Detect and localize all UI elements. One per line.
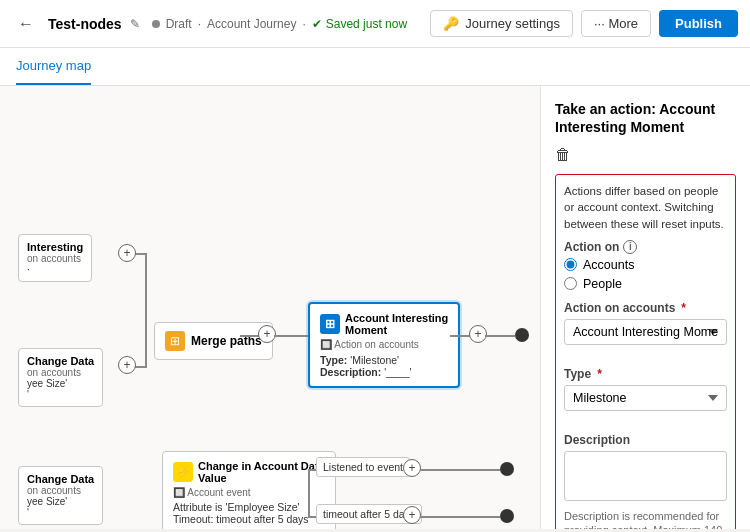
plus-btn-after-aim[interactable]: + xyxy=(469,325,487,343)
journey-settings-button[interactable]: 🔑 Journey settings xyxy=(430,10,573,37)
delete-button[interactable]: 🗑 xyxy=(555,146,571,164)
topbar: ← Test-nodes ✎ Draft · Account Journey ·… xyxy=(0,0,750,48)
warning-box: Actions differ based on people or accoun… xyxy=(555,174,736,529)
saved-label: Saved just now xyxy=(326,17,407,31)
plus-btn-top[interactable]: + xyxy=(118,244,136,262)
end-dot-1 xyxy=(515,328,529,342)
plus-btn-bottom[interactable]: + xyxy=(118,356,136,374)
type-required-star: * xyxy=(597,367,602,381)
topbar-right: 🔑 Journey settings ··· More Publish xyxy=(430,10,738,37)
description-label: Description xyxy=(564,433,727,447)
radio-people[interactable]: People xyxy=(564,277,727,291)
draft-label: Draft xyxy=(166,17,192,31)
aim-icon: ⊞ xyxy=(320,314,340,334)
line-timeout-end xyxy=(420,516,500,518)
radio-people-input[interactable] xyxy=(564,277,577,290)
settings-label: Journey settings xyxy=(465,16,560,31)
status-dot xyxy=(152,20,160,28)
aim-icon-row: ⊞ Account Interesting Moment xyxy=(320,312,448,336)
separator2: · xyxy=(302,17,305,31)
nav-tabs: Journey map xyxy=(0,48,750,86)
aim-title: Account Interesting xyxy=(345,312,448,324)
type-select[interactable]: Milestone xyxy=(564,385,727,411)
description-input[interactable] xyxy=(564,451,727,501)
main-area: Interesting on accounts · Change Data on… xyxy=(0,86,750,529)
plus-btn-timeout[interactable]: + xyxy=(403,506,421,524)
change-data-2-attr: yee Size' xyxy=(27,496,94,507)
line-to-end xyxy=(485,335,515,337)
change-event-icon-row: ⚡ Change in Account Data Value xyxy=(173,460,325,484)
change-data-1-node: Change Data on accounts yee Size' ' xyxy=(18,348,103,407)
people-label: People xyxy=(583,277,622,291)
line-merge-plus xyxy=(240,335,260,337)
line-vert-top xyxy=(145,253,147,335)
description-hint: Description is recommended for providing… xyxy=(564,509,727,529)
back-button[interactable]: ← xyxy=(12,10,40,38)
change-data-1-attr2: ' xyxy=(27,389,94,400)
interesting-sub: on accounts xyxy=(27,253,83,264)
breadcrumb-journey[interactable]: Account Journey xyxy=(207,17,296,31)
aim-node[interactable]: ⊞ Account Interesting Moment 🔲 Action on… xyxy=(308,302,460,388)
line-merge-aim xyxy=(274,335,310,337)
topbar-left: ← Test-nodes ✎ Draft · Account Journey ·… xyxy=(12,10,430,38)
change-event-title2: Value xyxy=(198,472,325,484)
type-label: Type * xyxy=(564,367,727,381)
aim-type: Type: 'Milestone' xyxy=(320,354,448,366)
action-on-accounts-label: Action on accounts * xyxy=(564,301,727,315)
warning-text: Actions differ based on people or accoun… xyxy=(564,183,727,231)
aim-title2: Moment xyxy=(345,324,448,336)
line-split-vert xyxy=(308,469,310,518)
publish-button[interactable]: Publish xyxy=(659,10,738,37)
check-icon: ✔ xyxy=(312,17,322,31)
merge-paths-node[interactable]: ⊞ Merge paths xyxy=(154,322,273,360)
radio-accounts[interactable]: Accounts xyxy=(564,258,727,272)
change-data-1-sub: on accounts xyxy=(27,367,94,378)
info-icon[interactable]: i xyxy=(623,240,637,254)
radio-group: Accounts People xyxy=(564,258,727,291)
action-on-label: Action on i xyxy=(564,240,727,254)
change-event-title-block: Change in Account Data Value xyxy=(198,460,325,484)
change-event-title: Change in Account Data xyxy=(198,460,325,472)
end-dot-timeout xyxy=(500,509,514,523)
plus-btn-listened[interactable]: + xyxy=(403,459,421,477)
edit-icon[interactable]: ✎ xyxy=(130,17,140,31)
change-event-sub: 🔲 Account event xyxy=(173,487,325,498)
change-timeout: Timeout: timeout after 5 days xyxy=(173,513,325,525)
aim-subtitle: 🔲 Action on accounts xyxy=(320,339,448,350)
saved-indicator: ✔ Saved just now xyxy=(312,17,407,31)
description-section: Description Description is recommended f… xyxy=(564,433,727,529)
settings-key-icon: 🔑 xyxy=(443,16,459,31)
interesting-node: Interesting on accounts · xyxy=(18,234,92,282)
breadcrumb: Draft · Account Journey · ✔ Saved just n… xyxy=(152,17,407,31)
action-on-accounts-select[interactable]: Account Interesting Moment xyxy=(564,319,727,345)
required-star: * xyxy=(681,301,686,315)
change-data-2-node: Change Data on accounts yee Size' ' xyxy=(18,466,103,525)
change-data-2-sub: on accounts xyxy=(27,485,94,496)
end-dot-listened xyxy=(500,462,514,476)
listened-label: Listened to event xyxy=(316,457,410,477)
type-section: Type * Milestone xyxy=(564,367,727,423)
interesting-attr: · xyxy=(27,264,83,275)
tab-journey-map[interactable]: Journey map xyxy=(16,48,91,85)
more-button[interactable]: ··· More xyxy=(581,10,651,37)
change-data-2-title: Change Data xyxy=(27,473,94,485)
change-event-icon: ⚡ xyxy=(173,462,193,482)
action-on-accounts-section: Action on accounts * Account Interesting… xyxy=(564,301,727,357)
radio-accounts-input[interactable] xyxy=(564,258,577,271)
merge-icon: ⊞ xyxy=(165,331,185,351)
line-listened-end xyxy=(420,469,500,471)
canvas: Interesting on accounts · Change Data on… xyxy=(0,86,540,529)
app-title: Test-nodes xyxy=(48,16,122,32)
separator: · xyxy=(198,17,201,31)
plus-btn-merge[interactable]: + xyxy=(258,325,276,343)
change-data-2-attr2: ' xyxy=(27,507,94,518)
line-vert-bottom1 xyxy=(145,335,147,368)
aim-desc: Description: '____' xyxy=(320,366,448,378)
change-data-1-title: Change Data xyxy=(27,355,94,367)
interesting-title: Interesting xyxy=(27,241,83,253)
change-attr: Attribute is 'Employee Size' xyxy=(173,501,325,513)
accounts-label: Accounts xyxy=(583,258,634,272)
change-data-1-attr: yee Size' xyxy=(27,378,94,389)
line-after-aim xyxy=(450,335,470,337)
aim-title-block: Account Interesting Moment xyxy=(345,312,448,336)
